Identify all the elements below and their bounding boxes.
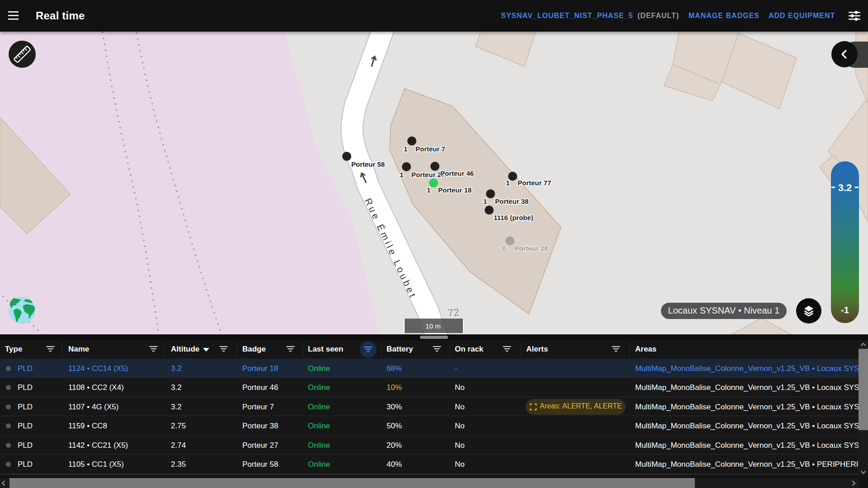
svg-text:Porteur 28: Porteur 28: [514, 244, 548, 252]
svg-text:0: 0: [502, 244, 506, 252]
svg-text:1: 1: [483, 197, 487, 205]
svg-text:Porteur 77: Porteur 77: [518, 179, 551, 187]
svg-text:1: 1: [400, 171, 403, 178]
svg-text:72: 72: [447, 306, 460, 319]
svg-text:Porteur 46: Porteur 46: [440, 169, 474, 177]
svg-text:10 m: 10 m: [425, 322, 440, 330]
svg-text:1: 1: [427, 186, 430, 194]
svg-text:Porteur 58: Porteur 58: [351, 160, 385, 168]
svg-text:1: 1: [506, 179, 509, 187]
svg-text:1116 (probe): 1116 (probe): [494, 214, 533, 221]
svg-text:Porteur 38: Porteur 38: [495, 197, 528, 205]
svg-text:Porteur 7: Porteur 7: [415, 145, 445, 153]
svg-text:1: 1: [404, 145, 407, 153]
svg-text:Porteur 18: Porteur 18: [438, 186, 472, 194]
